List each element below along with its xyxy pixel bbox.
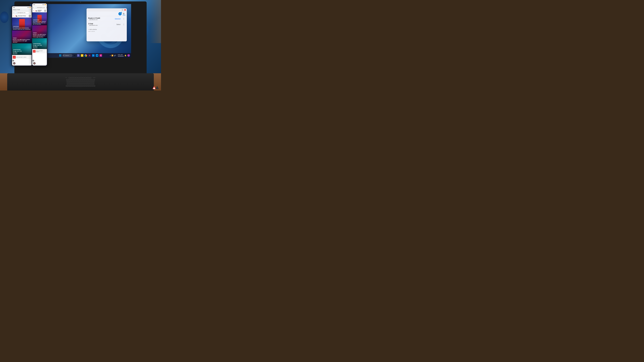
file-explorer-icon[interactable]: 📁	[80, 54, 84, 57]
key	[91, 79, 95, 81]
account-icon[interactable]: A	[127, 54, 130, 57]
device-name-1: Brady's Z Fold4	[88, 17, 114, 19]
ap-triangle-inner	[15, 16, 16, 16]
device-row-1: Brady's Z Fold4 ...@outlook.com Selected…	[86, 16, 127, 22]
system-tray: ∧ 📶 🔊	[110, 54, 116, 56]
key	[71, 77, 73, 79]
key	[90, 85, 91, 87]
ap-tri-red-fg	[35, 10, 36, 11]
gear-icon[interactable]: ⚙	[123, 12, 125, 15]
ad-text-fg: NEW! $100 BEST CREDIT	[36, 50, 46, 52]
selected-badge[interactable]: Selected	[114, 18, 122, 20]
tray-chevron[interactable]: ∧	[110, 55, 111, 56]
teams-icon[interactable]: T	[77, 54, 80, 57]
key	[72, 81, 74, 83]
phone-link-icon[interactable]: 📱	[96, 54, 98, 57]
minimize-button[interactable]	[122, 9, 123, 11]
device-email-1: ...@outlook.com	[88, 19, 114, 20]
key	[83, 79, 85, 81]
device-menu-2[interactable]: ⋮	[122, 23, 125, 25]
msn-icon[interactable]: N	[92, 54, 95, 57]
hamburger-menu[interactable]: ≡	[13, 15, 14, 17]
key	[87, 79, 89, 81]
profile-icon-fg[interactable]: A	[44, 10, 46, 12]
key	[76, 81, 78, 83]
status-bar-fg: 8:51 83% 📶	[32, 3, 47, 6]
article-overlay-3: Google Messages Google says fullyone RCS…	[12, 47, 32, 55]
taskbar-center: 🔍 Search ⧉ T 📁	[59, 54, 102, 57]
more-icon[interactable]: ⋮	[30, 12, 31, 13]
key	[82, 77, 84, 79]
key	[71, 83, 73, 85]
profile-icon[interactable]: A	[28, 15, 31, 17]
key	[73, 83, 75, 85]
article-title-2: Review: The HMD Skyline pushes Android p…	[13, 39, 31, 43]
key	[66, 81, 70, 83]
key	[85, 79, 87, 81]
start-button[interactable]	[59, 54, 62, 57]
close-notif-fg[interactable]: ✕	[32, 60, 34, 61]
hamburger-menu-fg[interactable]: ≡	[33, 10, 34, 11]
status-time-fg: 8:51	[33, 4, 35, 5]
key	[75, 79, 77, 81]
key	[84, 85, 85, 87]
mute-button-bg[interactable]: 🔇	[13, 62, 16, 65]
task-view-button[interactable]: ⧉	[73, 54, 76, 57]
wifi-icon: 📶	[112, 54, 114, 56]
photos-icon[interactable]: ⊞	[99, 54, 102, 57]
camera-dot	[80, 2, 81, 2]
panel-bottom: + Add a device Add a device	[86, 27, 127, 33]
phone-screen-bg: 8:51 83% 📶 Brady's Z Fold4 ··· ✕ ← ⊙	[12, 6, 32, 65]
phones-container: 8:51 83% 📶 Brady's Z Fold4 ··· ✕ ← ⊙	[12, 3, 48, 66]
ap-watermark	[152, 86, 159, 89]
chrome-icon[interactable]	[84, 54, 88, 57]
keyboard-row-5	[14, 85, 146, 87]
key	[66, 85, 69, 87]
key	[67, 83, 71, 85]
panel-titlebar: ✕	[86, 8, 127, 11]
curtain-decoration	[150, 0, 161, 43]
key	[81, 83, 83, 85]
keyboard-row-1: Esc Delete	[14, 77, 146, 79]
watermark-tri-inner	[153, 87, 155, 89]
url-bar[interactable]: ⊙ androidpolice.com	[15, 12, 29, 14]
volume-icon: 🔊	[114, 54, 116, 56]
space-key	[72, 85, 83, 87]
ap-tri-dark-fg	[36, 10, 37, 11]
key	[73, 77, 75, 79]
keyboard-rows: Esc Delete	[14, 77, 146, 87]
notification-icon[interactable]: 1 1	[118, 12, 122, 15]
select-button[interactable]: Select	[115, 23, 122, 25]
key	[88, 85, 89, 87]
key	[85, 77, 87, 79]
tabs-icon-fg[interactable]: ⧉	[46, 7, 47, 8]
home-button-fg[interactable]: ⌂	[33, 7, 34, 8]
close-notif-bg[interactable]: ✕	[12, 60, 14, 61]
key	[80, 81, 82, 83]
back-button[interactable]: ←	[13, 12, 14, 13]
close-button[interactable]: ✕	[124, 9, 126, 11]
ad-banner-fg: B NEW! $100 BEST CREDIT	[32, 49, 47, 53]
notification-tray[interactable]: 🔔	[124, 54, 126, 56]
mute-button-fg[interactable]: 🔇	[33, 62, 36, 65]
key	[69, 79, 71, 81]
article-overlay-3-fg: Google Messages Google says fullyone RCS…	[32, 41, 47, 49]
url-bar-fg[interactable]: ⊙ androidpolice.com	[34, 6, 46, 8]
article-card-3-fg: Google Messages Google says fullyone RCS…	[32, 38, 47, 49]
key	[74, 81, 76, 83]
taskbar-search[interactable]: 🔍 Search	[62, 54, 72, 57]
key	[78, 81, 80, 83]
signal-icon-bg: 📶	[30, 7, 31, 8]
url-text: androidpolice.com	[17, 12, 26, 13]
key	[77, 83, 79, 85]
slack-icon[interactable]: S	[88, 54, 91, 57]
watermark-tri-red	[152, 86, 156, 89]
article-tag-3: Google Messages	[13, 49, 21, 50]
clock-display[interactable]: 9:51 AM 9/18/2024	[118, 54, 124, 57]
ad-content: B NEW! $100 BEST CREDIT	[13, 56, 31, 59]
key	[87, 83, 89, 85]
device-menu-1[interactable]: ⋮	[122, 18, 125, 20]
chrome-address-bar-bg: ← ⊙ androidpolice.com ⋮	[12, 11, 32, 14]
status-time-bg: 8:51	[13, 7, 15, 8]
key	[68, 77, 70, 79]
